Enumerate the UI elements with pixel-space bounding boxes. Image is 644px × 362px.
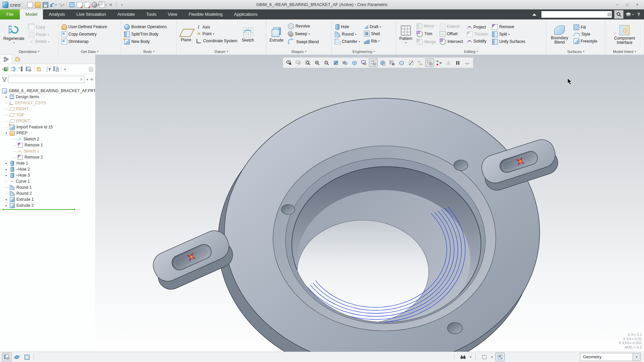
customize-toolbar-button[interactable]: ▾ — [118, 1, 125, 8]
tree-item-top-plane[interactable]: TOP — [0, 112, 95, 118]
tab-view[interactable]: View — [162, 9, 183, 19]
tree-item-prep-group[interactable]: ▾ PREP — [0, 130, 95, 136]
thicken-button[interactable]: Thicken — [465, 31, 490, 38]
draft-button[interactable]: Draft▾ — [362, 24, 383, 29]
add-filter-button[interactable]: + — [90, 76, 93, 82]
unify-surfaces-button[interactable]: Unify Surfaces — [490, 39, 527, 45]
web-browser-button[interactable] — [12, 353, 21, 361]
group-label-body[interactable]: Body▾ — [122, 48, 175, 55]
find-button[interactable] — [459, 353, 468, 361]
view-manager-button[interactable] — [284, 58, 293, 67]
clear-filter-icon[interactable]: ✕ — [78, 77, 84, 82]
tree-item-extrude-2[interactable]: ▸ Extrude 2 — [0, 202, 95, 208]
axis-button[interactable]: Axis — [194, 24, 239, 30]
group-label-editing[interactable]: Editing▾ — [397, 48, 545, 55]
left-mounting-tab[interactable] — [149, 226, 237, 293]
expander-icon[interactable]: ▸ — [5, 198, 8, 201]
render-appearance-button[interactable]: ▾ — [92, 1, 99, 8]
group-label-surfaces[interactable]: Surfaces▾ — [548, 48, 604, 55]
project-button[interactable]: Project — [465, 24, 490, 30]
insert-here-indicator[interactable] — [3, 209, 75, 210]
command-search-input[interactable] — [541, 12, 607, 17]
tree-item-round-1[interactable]: Round 1 — [0, 184, 95, 190]
offset-button[interactable]: Offset — [438, 31, 465, 37]
tree-item-hole-3[interactable]: ▸ ▪ Hole 3 — [0, 172, 95, 178]
tree-item-hole-1[interactable]: ▸ Hole 1 — [0, 160, 95, 166]
revolve-button[interactable]: Revolve — [286, 23, 320, 30]
redo-button[interactable]: ▾ — [57, 1, 65, 8]
tab-live-simulation[interactable]: Live Simulation — [71, 9, 112, 19]
shrinkwrap-button[interactable]: Shrinkwrap — [60, 39, 109, 45]
filter-dropdown-caret[interactable]: ▾ — [87, 78, 88, 81]
notes-display-button[interactable] — [425, 58, 434, 67]
appearance-gallery-button[interactable] — [378, 58, 387, 67]
remove-button[interactable]: Remove — [490, 24, 527, 30]
tree-item-front-plane[interactable]: FRONT — [0, 118, 95, 124]
tree-item-sketch-2[interactable]: Sketch 2 — [0, 136, 95, 142]
navigator-toggle-button[interactable] — [2, 353, 11, 361]
tree-item-part-root[interactable]: GB68_6_-REAR_BEARING_BRACKET_AF.PRT — [0, 88, 95, 94]
tree-item-remove-1[interactable]: Remove 1 — [0, 142, 95, 148]
annotation-display-button[interactable] — [360, 58, 368, 67]
tree-filters-button[interactable] — [46, 65, 52, 73]
box-select-dropdown-caret[interactable]: ▾ — [491, 355, 493, 359]
close-button[interactable]: × — [633, 1, 642, 8]
round-button[interactable]: Round▾ — [333, 31, 362, 38]
boundary-blend-button[interactable]: Boundary Blend — [548, 23, 571, 45]
view-normal-button[interactable] — [331, 58, 340, 67]
box-select-button[interactable] — [480, 353, 489, 361]
datum-axes-display-button[interactable]: x/y — [416, 58, 425, 67]
warnings-button[interactable] — [444, 58, 453, 67]
collapse-branches-button[interactable] — [18, 65, 24, 73]
expand-branches-button[interactable] — [10, 65, 17, 73]
extend-button[interactable]: Extend — [438, 23, 465, 30]
coordinate-system-button[interactable]: Coordinate System — [194, 38, 239, 44]
expander-icon[interactable]: ▸ — [5, 162, 8, 165]
extrude-button[interactable]: Extrude — [268, 25, 285, 43]
paste-button[interactable]: Paste▾ — [27, 32, 51, 38]
minimize-button[interactable]: – — [612, 1, 622, 8]
split-trim-body-button[interactable]: Split/Trim Body — [122, 31, 168, 38]
group-label-operations[interactable]: Operations▾ — [1, 48, 57, 55]
regenerate-quick-button[interactable] — [68, 1, 76, 8]
tree-item-right-plane[interactable]: RIGHT — [0, 106, 95, 112]
boolean-operations-button[interactable]: Boolean Operations — [122, 24, 168, 30]
rib-button[interactable]: Rib▾ — [362, 38, 383, 44]
display-environment-button[interactable] — [397, 58, 406, 67]
save-button[interactable] — [42, 1, 49, 8]
preselection-highlight-button[interactable] — [495, 353, 505, 361]
expander-icon[interactable]: ▸ — [5, 168, 8, 171]
view-section-button[interactable] — [407, 58, 415, 67]
group-label-model-intent[interactable]: Model Intent▾ — [607, 48, 642, 55]
windows-dropdown[interactable]: ▾ — [105, 3, 107, 6]
tab-flexible-modeling[interactable]: Flexible Modeling — [183, 9, 228, 19]
pattern-button[interactable]: Pattern ▾ — [397, 23, 415, 45]
close-window-button[interactable]: ✕ — [107, 1, 114, 8]
zoom-out-button[interactable] — [322, 58, 331, 67]
tree-display-button[interactable]: ▾ — [1, 65, 9, 73]
copy-button[interactable]: Copy — [27, 24, 51, 31]
redo-dropdown[interactable]: ▾ — [63, 3, 64, 6]
tab-model[interactable]: Model — [20, 9, 43, 19]
tab-applications[interactable]: Applications — [228, 9, 263, 19]
tree-item-sketch-1[interactable]: Sketch 1 — [0, 148, 95, 154]
model-tree-tab[interactable] — [0, 55, 12, 64]
feature-settings-button[interactable] — [36, 65, 42, 73]
accessory-window-button[interactable] — [22, 353, 32, 361]
mirror-button[interactable]: Mirror — [415, 23, 437, 29]
pause-regeneration-button[interactable] — [453, 58, 462, 67]
freestyle-button[interactable]: Freestyle — [572, 38, 599, 44]
tab-tools[interactable]: Tools — [141, 9, 162, 19]
expander-icon[interactable]: ▸ — [5, 204, 8, 207]
learning-connector-button[interactable]: ▾ — [626, 12, 634, 17]
document-edit-alt-button[interactable] — [84, 1, 91, 8]
group-label-engineering[interactable]: Engineering▾ — [333, 48, 394, 55]
user-defined-feature-button[interactable]: User-Defined Feature — [60, 24, 109, 30]
hole-button[interactable]: Hole — [333, 24, 362, 30]
plane-button[interactable]: Plane — [178, 26, 194, 43]
selection-filter-value[interactable]: Geometry — [580, 353, 633, 361]
trim-button[interactable]: Trim — [415, 31, 437, 38]
previous-orientation-button[interactable] — [294, 58, 303, 67]
collapse-ribbon-icon[interactable] — [532, 13, 536, 16]
sketch-button[interactable]: Sketch — [240, 25, 256, 43]
